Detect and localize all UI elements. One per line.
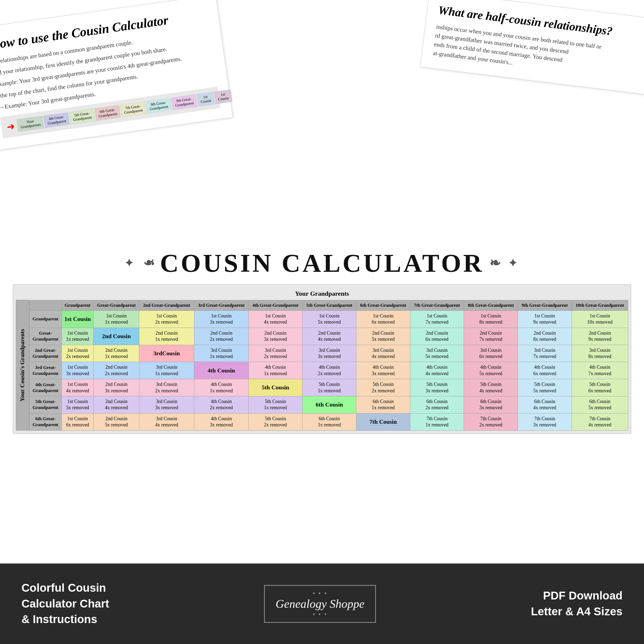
- cell-2-3: 3rd Cousin1x removed: [194, 345, 248, 362]
- chart-header-title: Your Grandparents: [16, 287, 628, 300]
- cell-5-9: 6th Cousin4x removed: [518, 396, 572, 414]
- cell-4-3: 4th Cousin1x removed: [194, 379, 248, 396]
- mini-cell-2: 4th Great-Grandparent: [44, 112, 70, 128]
- ornament-left-icon: ❧: [141, 255, 155, 271]
- cell-0-6: 1st Cousin6x removed: [356, 311, 410, 328]
- table-row: 6th Great-Grandparent 1st Cousin6x remov…: [30, 413, 628, 430]
- cell-6-0: 1st Cousin6x removed: [62, 413, 94, 430]
- cell-2-7: 3rd Cousin5x removed: [410, 345, 464, 362]
- cell-1-2: 2nd Cousin1x removed: [139, 328, 194, 345]
- mini-cell-6: 8th Great-Grandparent: [146, 98, 172, 114]
- cell-4-0: 1st Cousin4x removed: [62, 379, 94, 396]
- cell-0-1: 1st Cousin1x removed: [94, 311, 139, 328]
- shop-badge-bottom: ✦ ✦ ✦: [276, 612, 364, 617]
- cell-0-10: 1st Cousin10x removed: [572, 311, 628, 328]
- cell-2-10: 3rd Cousin8x removed: [572, 345, 628, 362]
- mini-cell-5: 7th Great-Grandparent: [120, 101, 146, 117]
- cell-6-8: 7th Cousin2x removed: [464, 413, 518, 430]
- table-row: Great-Grandparent 1st Cousin1x removed 2…: [30, 328, 628, 345]
- doc-left-preview: How to use the Cousin Calculator in rela…: [0, 0, 233, 151]
- row-label-great: Great-Grandparent: [30, 328, 62, 345]
- cell-4-4: 5th Cousin: [248, 379, 302, 396]
- mini-cell-4: 6th Great-Grandparent: [95, 105, 121, 121]
- col-header-3rd: 3rd Great-Grandparent: [194, 300, 248, 311]
- cell-4-1: 2nd Cousin3x removed: [94, 379, 139, 396]
- mini-cell-9: 1st Cousin: [214, 89, 232, 104]
- cell-6-4: 5th Cousin2x removed: [248, 413, 302, 430]
- cell-4-8: 5th Cousin4x removed: [464, 379, 518, 396]
- cell-5-6: 6th Cousin1x removed: [356, 396, 410, 414]
- mini-cell-1: Your Grandparents: [17, 116, 44, 132]
- cell-5-0: 1st Cousin5x removed: [62, 396, 94, 414]
- cell-5-7: 6th Cousin2x removed: [410, 396, 464, 414]
- table-row: Grandparent 1st Cousin 1st Cousin1x remo…: [30, 311, 628, 328]
- cell-2-1: 2nd Cousin1x removed: [94, 345, 139, 362]
- cell-5-5: 6th Cousin: [302, 396, 356, 414]
- cell-0-9: 1st Cousin9x removed: [518, 311, 572, 328]
- table-header-row: Grandparent Great-Grandparent 2nd Great-…: [30, 300, 628, 311]
- mini-cell-8: 1st Cousin: [197, 92, 215, 106]
- mini-cell-7: 9th Great-Grandparent: [171, 94, 197, 110]
- cell-4-7: 5th Cousin3x removed: [410, 379, 464, 396]
- doc-right-preview: What are half-cousin relationships? insh…: [420, 0, 644, 96]
- cell-5-3: 4th Cousin2x removed: [194, 396, 248, 414]
- col-header-6th: 6th Great-Grandparent: [356, 300, 410, 311]
- top-section: How to use the Cousin Calculator in rela…: [0, 0, 644, 241]
- row-label-grandparent: Grandparent: [30, 311, 62, 328]
- col-header-8th: 8th Great-Grandparent: [464, 300, 518, 311]
- bottom-right-line1: PDF DownloadLetter & A4 Sizes: [531, 589, 623, 618]
- cell-3-10: 4th Cousin7x removed: [572, 362, 628, 379]
- cell-3-9: 4th Cousin6x removed: [518, 362, 572, 379]
- col-header-5th: 5th Great-Grandparent: [302, 300, 356, 311]
- cell-3-0: 1st Cousin3x removed: [62, 362, 94, 379]
- bottom-center: ✦ ✦ ✦ Genealogy Shoppe ✦ ✦ ✦: [264, 585, 376, 623]
- cell-2-8: 3rd Cousin6x removed: [464, 345, 518, 362]
- cell-6-6: 7th Cousin: [356, 413, 410, 430]
- table-row: 4th Great-Grandparent 1st Cousin4x remov…: [30, 379, 628, 396]
- cell-0-5: 1st Cousin5x removed: [302, 311, 356, 328]
- bottom-section: Colorful CousinCalculator Chart& Instruc…: [0, 563, 644, 644]
- chart-section: Your Grandparents Your Cousin's Grandpar…: [13, 284, 631, 434]
- cell-1-4: 2nd Cousin3x removed: [248, 328, 302, 345]
- cell-0-3: 1st Cousin3x removed: [194, 311, 248, 328]
- col-header-2nd: 2nd Great-Grandparent: [139, 300, 194, 311]
- cell-3-7: 4th Cousin4x removed: [410, 362, 464, 379]
- bottom-right-text: PDF DownloadLetter & A4 Sizes: [531, 588, 623, 620]
- col-header-great: Great-Grandparent: [94, 300, 139, 311]
- cell-1-3: 2nd Cousin2x removed: [194, 328, 248, 345]
- cell-4-10: 5th Cousin6x removed: [572, 379, 628, 396]
- cell-5-10: 6th Cousin5x removed: [572, 396, 628, 414]
- mini-cell-3: 5th Great-Grandparent: [69, 109, 95, 124]
- cell-5-8: 6th Cousin3x removed: [464, 396, 518, 414]
- cell-3-5: 4th Cousin2x removed: [302, 362, 356, 379]
- cell-4-2: 3rd Cousin2x removed: [139, 379, 194, 396]
- row-label-5th: 5th Great-Grandparent: [30, 396, 62, 414]
- cell-2-9: 3rd Cousin7x removed: [518, 345, 572, 362]
- chart-wrapper: Your Cousin's Grandparents Grandparent G…: [16, 300, 628, 431]
- cell-0-8: 1st Cousin8x removed: [464, 311, 518, 328]
- table-row: 3rd Great-Grandparent 1st Cousin3x remov…: [30, 362, 628, 379]
- cell-1-9: 2nd Cousin8x removed: [518, 328, 572, 345]
- cell-2-4: 3rd Cousin2x removed: [248, 345, 302, 362]
- cell-0-2: 1st Cousin2x removed: [139, 311, 194, 328]
- cell-4-6: 5th Cousin2x removed: [356, 379, 410, 396]
- cousin-chart-table: Grandparent Great-Grandparent 2nd Great-…: [29, 300, 628, 431]
- cell-2-5: 3rd Cousin3x removed: [302, 345, 356, 362]
- col-header-10th: 10th Great-Grandparent: [572, 300, 628, 311]
- row-label-3rd: 3rd Great-Grandparent: [30, 362, 62, 379]
- side-label: Your Cousin's Grandparents: [16, 300, 29, 431]
- cell-3-6: 4th Cousin3x removed: [356, 362, 410, 379]
- arrow-icon: ➜: [6, 120, 16, 133]
- cell-0-0: 1st Cousin: [62, 311, 94, 328]
- cell-3-1: 2nd Cousin2x removed: [94, 362, 139, 379]
- cell-1-8: 2nd Cousin7x removed: [464, 328, 518, 345]
- cell-1-7: 2nd Cousin6x removed: [410, 328, 464, 345]
- cell-6-1: 2nd Cousin5x removed: [94, 413, 139, 430]
- cell-2-2: 3rdCousin: [139, 345, 194, 362]
- table-row: 2nd Great-Grandparent 1st Cousin2x remov…: [30, 345, 628, 362]
- row-label-4th: 4th Great-Grandparent: [30, 379, 62, 396]
- cell-6-3: 4th Cousin3x removed: [194, 413, 248, 430]
- cell-1-6: 2nd Cousin5x removed: [356, 328, 410, 345]
- cell-3-2: 3rd Cousin1x removed: [139, 362, 194, 379]
- cell-3-8: 4th Cousin5x removed: [464, 362, 518, 379]
